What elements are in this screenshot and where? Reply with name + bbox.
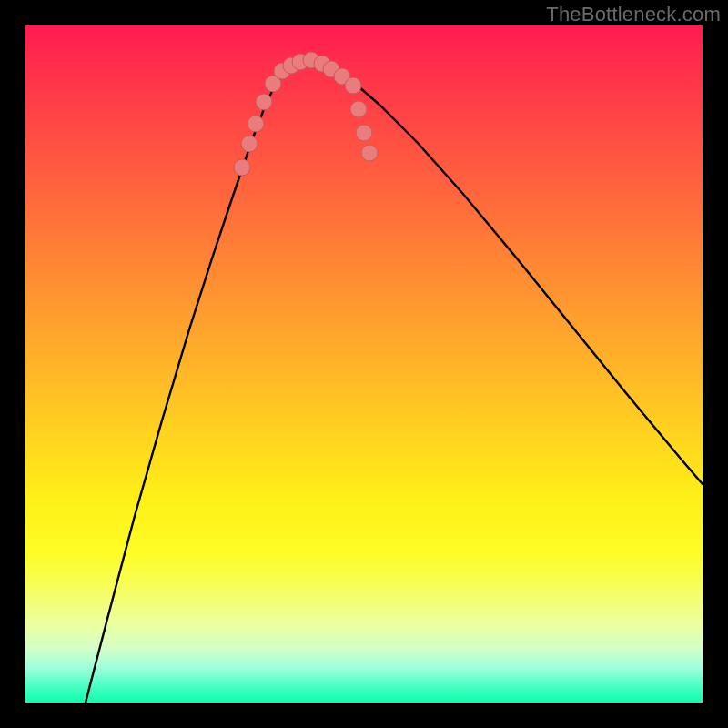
curve-marker <box>356 125 372 141</box>
curve-marker <box>241 136 258 152</box>
curve-marker <box>248 116 264 132</box>
curve-marker <box>361 145 378 161</box>
curve-marker <box>234 159 250 176</box>
curve-marker <box>350 101 367 117</box>
bottleneck-curve <box>86 60 703 703</box>
chart-svg <box>25 25 703 703</box>
chart-plot-area <box>25 25 703 703</box>
curve-markers <box>234 52 378 176</box>
curve-marker <box>345 77 361 94</box>
watermark-text: TheBottleneck.com <box>546 3 721 26</box>
curve-marker <box>256 94 272 110</box>
